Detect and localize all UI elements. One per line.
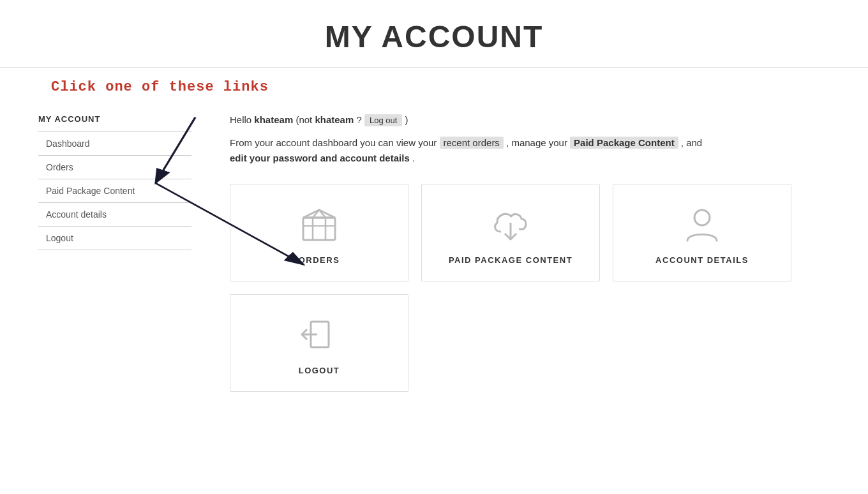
sidebar-section-title: MY ACCOUNT — [38, 114, 191, 124]
box-icon — [297, 204, 341, 245]
logout-card[interactable]: LOGOUT — [230, 294, 408, 392]
orders-card[interactable]: ORDERS — [230, 184, 408, 281]
sidebar-item-orders[interactable]: Orders — [38, 156, 191, 179]
sidebar-item-dashboard[interactable]: Dashboard — [38, 132, 191, 156]
greeting-mid2: ? — [356, 114, 364, 125]
greeting-mid: (not — [296, 114, 315, 125]
logout-card-label: LOGOUT — [299, 366, 340, 375]
desc-pre: From your account dashboard you can view… — [230, 137, 440, 148]
sidebar: MY ACCOUNT Dashboard Orders Paid Package… — [38, 114, 191, 392]
cards-grid: ORDERS PAID PACKAGE CONTENT — [230, 184, 830, 392]
account-details-card-label: ACCOUNT DETAILS — [655, 255, 749, 265]
svg-point-6 — [694, 210, 710, 225]
page-title-bar: MY ACCOUNT — [0, 0, 868, 68]
sidebar-item-paid-package[interactable]: Paid Package Content — [38, 179, 191, 203]
logout-icon — [297, 314, 341, 356]
account-details-card[interactable]: ACCOUNT DETAILS — [613, 184, 791, 281]
desc-mid2: , and — [681, 137, 702, 148]
sidebar-link-orders[interactable]: Orders — [38, 156, 191, 179]
highlight-paid-package: Paid Package Content — [570, 137, 678, 149]
description-text: From your account dashboard you can view… — [230, 135, 830, 166]
page-title: MY ACCOUNT — [0, 19, 868, 54]
sidebar-nav: Dashboard Orders Paid Package Content Ac… — [38, 131, 191, 250]
sidebar-item-logout[interactable]: Logout — [38, 227, 191, 250]
greeting-post: ) — [405, 114, 408, 125]
sidebar-link-account-details[interactable]: Account details — [38, 203, 191, 226]
sidebar-link-paid-package[interactable]: Paid Package Content — [38, 179, 191, 202]
sidebar-item-account-details[interactable]: Account details — [38, 203, 191, 227]
orders-card-label: ORDERS — [299, 255, 340, 265]
greeting-text: Hello khateam (not khateam ? Log out ) — [230, 114, 830, 126]
annotation-bar: Click one of these links — [0, 68, 868, 101]
desc-bold: edit your password and account details — [230, 153, 410, 163]
cloud-download-icon — [488, 204, 533, 245]
sidebar-link-logout[interactable]: Logout — [38, 227, 191, 250]
sidebar-link-dashboard[interactable]: Dashboard — [38, 132, 191, 155]
logout-inline-button[interactable]: Log out — [364, 114, 402, 126]
desc-mid: , manage your — [506, 137, 570, 148]
paid-package-card[interactable]: PAID PACKAGE CONTENT — [421, 184, 600, 281]
main-layout: MY ACCOUNT Dashboard Orders Paid Package… — [0, 101, 868, 417]
paid-package-card-label: PAID PACKAGE CONTENT — [449, 255, 572, 265]
user-icon — [680, 204, 724, 245]
highlight-recent-orders: recent orders — [440, 137, 504, 149]
svg-rect-0 — [303, 218, 335, 240]
greeting-username: khateam — [254, 114, 293, 125]
greeting-pre: Hello — [230, 114, 254, 125]
annotation-text: Click one of these links — [51, 79, 269, 95]
desc-post: . — [412, 153, 415, 163]
greeting-username2: khateam — [315, 114, 354, 125]
content-area: Hello khateam (not khateam ? Log out ) F… — [230, 114, 830, 392]
